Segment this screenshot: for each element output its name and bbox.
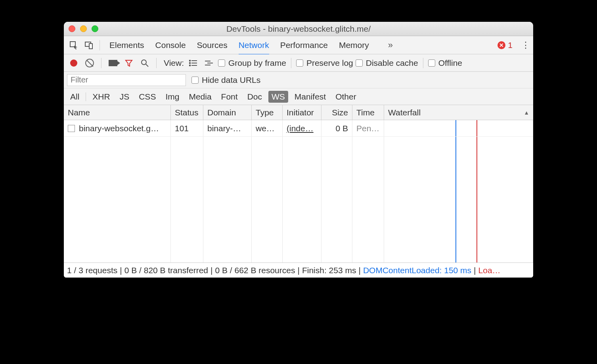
col-initiator[interactable]: Initiator: [283, 105, 321, 120]
cell-status: 101: [171, 120, 203, 136]
col-waterfall[interactable]: Waterfall ▲: [384, 105, 533, 120]
tab-elements[interactable]: Elements: [109, 40, 144, 50]
separator: [291, 58, 291, 68]
type-img[interactable]: Img: [162, 91, 182, 103]
sort-ascending-icon: ▲: [524, 109, 529, 116]
cell-initiator: (inde…: [283, 120, 321, 136]
type-manifest[interactable]: Manifest: [291, 91, 329, 103]
request-type-bar: All XHR JS CSS Img Media Font Doc WS Man…: [64, 88, 533, 105]
clear-button[interactable]: [83, 56, 96, 70]
minimize-window-button[interactable]: [80, 25, 87, 32]
grid-body: binary-websocket.g… 101 binary-… we… (in…: [64, 120, 533, 262]
window-controls: [69, 25, 98, 32]
svg-rect-6: [191, 60, 197, 61]
col-name[interactable]: Name: [64, 105, 171, 120]
sb-transferred: 0 B / 820 B transferred: [124, 266, 208, 275]
tab-memory[interactable]: Memory: [339, 40, 369, 50]
disable-cache-option[interactable]: Disable cache: [356, 58, 418, 68]
record-button[interactable]: [67, 56, 80, 70]
col-status[interactable]: Status: [171, 105, 203, 120]
col-type[interactable]: Type: [252, 105, 283, 120]
cell-size: 0 B: [321, 120, 352, 136]
devtools-window: DevTools - binary-websocket.glitch.me/ E…: [64, 22, 533, 278]
resource-icon: [68, 125, 75, 132]
separator: [156, 58, 157, 68]
sb-resources: 0 B / 662 B resources: [215, 266, 295, 275]
type-css[interactable]: CSS: [136, 91, 159, 103]
status-bar: 1 / 3 requests| 0 B / 820 B transferred|…: [64, 262, 533, 278]
table-row[interactable]: binary-websocket.g… 101 binary-… we… (in…: [64, 120, 533, 137]
svg-rect-10: [191, 65, 197, 66]
cell-name: binary-websocket.g…: [64, 120, 171, 136]
tab-performance[interactable]: Performance: [280, 40, 328, 50]
window-title: DevTools - binary-websocket.glitch.me/: [64, 24, 533, 34]
svg-rect-12: [207, 63, 213, 63]
disable-cache-label: Disable cache: [366, 58, 418, 68]
grid-header: Name Status Domain Type Initiator Size T…: [64, 105, 533, 120]
tab-console[interactable]: Console: [155, 40, 186, 50]
error-badge[interactable]: ✕ 1: [498, 40, 513, 50]
error-count: 1: [508, 40, 513, 50]
view-small-icon[interactable]: [202, 56, 216, 70]
view-large-icon[interactable]: [186, 56, 200, 70]
type-font[interactable]: Font: [218, 91, 241, 103]
group-by-frame-label: Group by frame: [228, 58, 286, 68]
zoom-window-button[interactable]: [92, 25, 98, 32]
col-domain[interactable]: Domain: [203, 105, 252, 120]
separator: [423, 58, 423, 68]
type-doc[interactable]: Doc: [244, 91, 265, 103]
separator: [101, 58, 101, 68]
hide-data-urls-label: Hide data URLs: [202, 75, 260, 85]
cell-waterfall: [384, 120, 533, 136]
domcontentloaded-marker: [455, 120, 456, 262]
type-all[interactable]: All: [67, 91, 82, 103]
separator: [86, 92, 86, 101]
type-other[interactable]: Other: [332, 91, 360, 103]
filter-input[interactable]: [67, 74, 186, 86]
preserve-log-label: Preserve log: [306, 58, 353, 68]
type-media[interactable]: Media: [186, 91, 214, 103]
search-icon[interactable]: [138, 56, 151, 70]
type-xhr[interactable]: XHR: [89, 91, 113, 103]
group-by-frame-option[interactable]: Group by frame: [218, 58, 286, 68]
waterfall-column: [384, 120, 533, 262]
separator: [100, 40, 100, 50]
checkbox-icon[interactable]: [218, 59, 225, 67]
preserve-log-option[interactable]: Preserve log: [296, 58, 353, 68]
initiator-link[interactable]: (inde…: [287, 124, 314, 133]
cell-type: we…: [252, 120, 283, 136]
type-ws[interactable]: WS: [268, 91, 288, 103]
svg-rect-13: [205, 65, 210, 65]
svg-rect-7: [189, 62, 191, 64]
checkbox-icon[interactable]: [428, 59, 435, 67]
checkbox-icon[interactable]: [356, 59, 363, 67]
main-tabbar: Elements Console Sources Network Perform…: [64, 36, 533, 54]
inspect-element-icon[interactable]: [67, 38, 80, 52]
settings-menu-icon[interactable]: ⋮: [521, 40, 530, 50]
type-js[interactable]: JS: [117, 91, 133, 103]
panel-tabs: Elements Console Sources Network Perform…: [109, 40, 393, 50]
offline-option[interactable]: Offline: [428, 58, 462, 68]
hide-data-urls-option[interactable]: Hide data URLs: [191, 75, 260, 85]
col-time[interactable]: Time: [352, 105, 384, 120]
tab-sources[interactable]: Sources: [197, 40, 228, 50]
grid-col-lines: [64, 120, 533, 262]
network-toolbar: View: Group by frame Preserve log Disabl…: [64, 54, 533, 72]
col-waterfall-label: Waterfall: [388, 108, 421, 117]
col-size[interactable]: Size: [321, 105, 352, 120]
sb-load: Loa…: [478, 266, 501, 275]
close-window-button[interactable]: [69, 25, 75, 32]
filter-toggle-icon[interactable]: [122, 56, 136, 70]
device-toggle-icon[interactable]: [82, 38, 96, 52]
svg-rect-11: [205, 61, 210, 61]
sb-requests: 1 / 3 requests: [67, 266, 117, 275]
titlebar: DevTools - binary-websocket.glitch.me/: [64, 22, 533, 36]
tabs-overflow-icon[interactable]: »: [388, 40, 393, 50]
checkbox-icon[interactable]: [296, 59, 303, 67]
screenshot-icon[interactable]: [106, 56, 120, 70]
checkbox-icon[interactable]: [191, 77, 199, 84]
offline-label: Offline: [438, 58, 462, 68]
tab-network[interactable]: Network: [239, 40, 269, 55]
svg-line-4: [146, 64, 148, 67]
svg-rect-8: [191, 63, 197, 63]
